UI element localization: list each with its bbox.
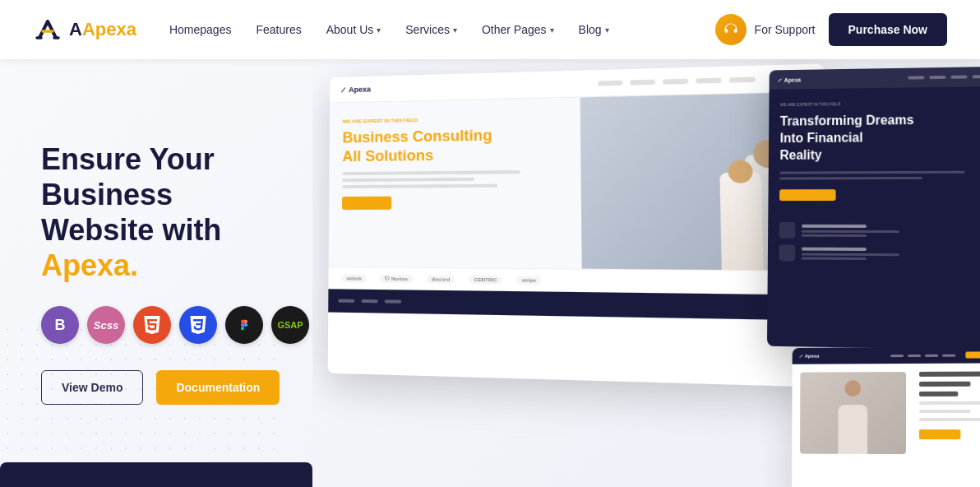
mock2-navbar: ⟋ Apexa [770, 67, 980, 90]
support-icon [715, 14, 747, 45]
hero-buttons: View Demo Documentation [41, 370, 312, 405]
mockup-secondary: ⟋ Apexa WE ARE EXPERT IN THIS FIELD Tran… [767, 67, 980, 350]
headphone-icon [723, 22, 738, 37]
support-button[interactable]: For Support [715, 14, 816, 45]
mock3-person-image [800, 372, 906, 454]
mock-nav-items [598, 77, 756, 86]
figma-icon [225, 306, 263, 344]
gsap-icon: GSAP [271, 306, 309, 344]
logo-icon [33, 15, 62, 44]
documentation-button[interactable]: Documentation [156, 370, 280, 405]
mock-hero: WE ARE EXPERT IN THIS FIELD Business Con… [329, 92, 830, 271]
mockup-main: ⟋ Apexa WE ARE EXPERT IN THIS FIELD Busi… [328, 63, 833, 387]
nav-homepages[interactable]: Homepages [169, 23, 232, 36]
nav-other-pages[interactable]: Other Pages ▾ [482, 23, 554, 36]
nav-links: Homepages Features About Us ▾ Services ▾… [169, 23, 715, 36]
nav-features[interactable]: Features [256, 23, 301, 36]
bootstrap-icon: B [41, 306, 79, 344]
hero-section: Ensure Your Business Website with Apexa.… [0, 59, 980, 487]
mock3-body [792, 363, 980, 487]
nav-services[interactable]: Services ▾ [405, 23, 457, 36]
chevron-down-icon: ▾ [377, 26, 381, 35]
hero-mockups: ⟋ Apexa WE ARE EXPERT IN THIS FIELD Busi… [312, 59, 980, 487]
chevron-down-icon: ▾ [453, 26, 457, 35]
mock2-feature-strategic [779, 222, 980, 239]
mock2-hero: WE ARE EXPERT IN THIS FIELD Transforming… [768, 86, 980, 215]
navbar: AApexa Homepages Features About Us ▾ Ser… [0, 0, 980, 59]
hero-title: Ensure Your Business Website with Apexa. [41, 141, 312, 284]
tech-icons-list: B Scss GSAP [41, 306, 312, 344]
mock3-navbar: ⟋ Apexa [793, 346, 980, 364]
nav-about[interactable]: About Us ▾ [326, 23, 381, 36]
view-demo-button[interactable]: View Demo [41, 370, 143, 405]
mock2-features [768, 214, 980, 271]
hero-content: Ensure Your Business Website with Apexa.… [0, 59, 312, 487]
chevron-down-icon: ▾ [605, 26, 609, 35]
mock-logo: ⟋ Apexa [340, 85, 371, 94]
html-icon [133, 306, 171, 344]
chevron-down-icon: ▾ [550, 26, 554, 35]
mock-footer [328, 289, 830, 321]
bottom-bar [0, 462, 312, 487]
purchase-button[interactable]: Purchase Now [829, 13, 947, 46]
sass-icon: Scss [87, 306, 125, 344]
nav-blog[interactable]: Blog ▾ [579, 23, 609, 36]
mockup-third: ⟋ Apexa [792, 346, 980, 487]
css-icon [179, 306, 217, 344]
logo-text: AApexa [69, 19, 136, 40]
mock-hero-text: WE ARE EXPERT IN THIS FIELD Business Con… [329, 97, 582, 268]
mock2-feature-finance [779, 245, 980, 262]
nav-actions: For Support Purchase Now [715, 13, 947, 46]
logo[interactable]: AApexa [33, 15, 136, 44]
